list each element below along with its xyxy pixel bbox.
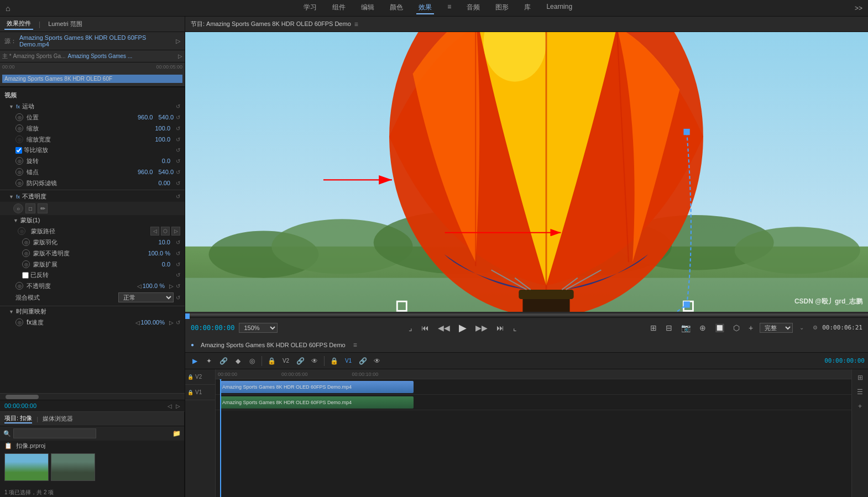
tl-v1-button[interactable]: V1 — [342, 355, 354, 367]
thumbnail-2[interactable] — [51, 453, 95, 481]
opacity-group-header[interactable]: ▼ fx 不透明度 ↺ — [0, 191, 185, 202]
timeline-expand-btn[interactable]: ▷ — [178, 53, 182, 59]
position-x-value[interactable]: 960.0 — [138, 114, 153, 121]
menu-item-audio[interactable]: 音频 — [464, 2, 482, 14]
opacity-value[interactable]: 100.0 % — [143, 282, 165, 289]
effects-panel-scrollbar[interactable] — [0, 393, 185, 400]
menu-item-edit[interactable]: 编辑 — [359, 2, 377, 14]
preview-marker-in-button[interactable]: ⌟ — [406, 322, 415, 333]
mask-expand-reset-icon[interactable]: ↺ — [176, 261, 180, 268]
more-menu-icon[interactable]: >> — [855, 4, 862, 12]
preview-play-button[interactable]: ▶ — [457, 321, 469, 335]
anchor-anim-icon[interactable]: ◎ — [15, 168, 23, 176]
tl-eye-button[interactable]: 👁 — [308, 355, 321, 367]
position-reset-icon[interactable]: ↺ — [176, 114, 180, 121]
scale-reset-icon[interactable]: ↺ — [176, 125, 180, 132]
preview-menu-icon[interactable]: ≡ — [354, 20, 358, 28]
preview-fast-fwd-button[interactable]: ▶▶ — [473, 322, 490, 333]
mask-opacity-value[interactable]: 100.0 % — [148, 250, 170, 257]
preview-btn-11[interactable]: ⬡ — [731, 322, 742, 333]
timeline-tracks[interactable]: Amazing Sports Games 8K HDR OLED 60FPS D… — [216, 379, 851, 497]
mask-ellipse-button[interactable]: ○ — [13, 203, 23, 213]
tab-media-browser[interactable]: 媒体浏览器 — [43, 415, 73, 423]
anti-flicker-anim-icon[interactable]: ◎ — [15, 179, 23, 187]
clip-v1[interactable]: Amazing Sports Games 8K HDR OLED 60FPS D… — [220, 396, 414, 409]
panel-expand-btn2[interactable]: ▷ — [176, 403, 180, 409]
preview-marker-out-button[interactable]: ⌞ — [511, 322, 519, 333]
opacity-step-back[interactable]: ◁ — [137, 283, 142, 289]
mask-expand-value[interactable]: 0.0 — [162, 261, 170, 268]
mask-path-btn2[interactable]: ⬡ — [161, 227, 170, 236]
menu-item-learn[interactable]: 学习 — [301, 2, 319, 14]
rotation-anim-icon[interactable]: ◎ — [15, 157, 23, 165]
preview-btn-9[interactable]: ⊕ — [697, 322, 708, 333]
mask-feather-anim-icon[interactable]: ◎ — [22, 238, 30, 246]
tl-play-button[interactable]: ▶ — [189, 355, 201, 367]
scale-width-reset-icon[interactable]: ↺ — [176, 137, 180, 143]
tl-link3-button[interactable]: 🔗 — [357, 355, 369, 367]
anchor-y-value[interactable]: 540.0 — [158, 169, 174, 175]
mask-feather-reset-icon[interactable]: ↺ — [176, 239, 180, 245]
preview-insert-button[interactable]: ⊞ — [648, 322, 659, 333]
track-v2-row[interactable]: Amazing Sports Games 8K HDR OLED 60FPS D… — [216, 379, 851, 395]
thumbnail-1[interactable] — [4, 453, 49, 481]
timeline-side-btn-1[interactable]: ⊞ — [854, 372, 866, 384]
anchor-reset-icon[interactable]: ↺ — [176, 169, 180, 175]
opacity-step-fwd[interactable]: ▷ — [169, 283, 174, 289]
mask-path-btn3[interactable]: ▷ — [171, 227, 180, 236]
mask-subgroup-header[interactable]: ▼ 蒙版(1) — [0, 215, 185, 226]
tl-marker-button[interactable]: ◆ — [232, 355, 244, 367]
time-remap-header[interactable]: ▼ 时间重映射 — [0, 306, 185, 317]
speed-anim-icon[interactable]: ◎ — [15, 318, 23, 326]
menu-item-graphics[interactable]: 图形 — [493, 2, 511, 14]
menu-item-effects[interactable]: 效果 — [416, 2, 434, 14]
blend-mode-reset-icon[interactable]: ↺ — [176, 295, 180, 301]
uniform-scale-reset-icon[interactable]: ↺ — [176, 147, 180, 153]
tl-link2-button[interactable]: 🔗 — [294, 355, 306, 367]
preview-overwrite-button[interactable]: ⊟ — [663, 322, 674, 333]
uniform-scale-checkbox[interactable] — [15, 147, 22, 154]
blend-mode-select[interactable]: 正常 — [118, 292, 174, 302]
speed-reset-icon[interactable]: ↺ — [176, 320, 180, 326]
speed-step-fwd[interactable]: ▷ — [169, 320, 174, 326]
preview-zoom-select[interactable]: 150% — [239, 323, 278, 333]
menu-item-library[interactable]: 库 — [522, 2, 533, 14]
tab-project[interactable]: 项目: 扣像 — [4, 414, 32, 423]
menu-item-learning[interactable]: Learning — [544, 2, 574, 14]
tab-effects-controls[interactable]: 效果控件 — [4, 18, 33, 30]
anchor-x-value[interactable]: 960.0 — [138, 169, 153, 175]
motion-reset-icon[interactable]: ↺ — [176, 103, 180, 109]
menu-icon-ham[interactable]: ≡ — [445, 2, 453, 14]
tl-ripple-button[interactable]: ✦ — [203, 355, 215, 367]
opacity-reset-icon[interactable]: ↺ — [176, 193, 180, 200]
opacity-anim-icon[interactable]: ◎ — [15, 282, 23, 290]
folder-new-icon[interactable]: 📁 — [172, 430, 181, 437]
mask-path-btn1[interactable]: ◁ — [150, 227, 159, 236]
motion-group-header[interactable]: ▼ fx 运动 ↺ — [0, 101, 185, 112]
preview-add-button[interactable]: + — [746, 322, 755, 333]
clip-bar[interactable]: Amazing Sports Games 8K HDR OLED 60F — [0, 71, 185, 87]
tl-link-button[interactable]: 🔗 — [217, 355, 229, 367]
speed-step-back[interactable]: ◁ — [135, 320, 140, 326]
project-search-input[interactable] — [13, 428, 96, 438]
project-file-item[interactable]: 📋 扣像.prproj — [0, 441, 184, 451]
preview-step-back-button[interactable]: ⏮ — [419, 322, 431, 333]
timeline-menu-icon[interactable]: ≡ — [353, 341, 357, 349]
scale-width-anim-icon[interactable]: ◎ — [15, 135, 23, 143]
clip-v2[interactable]: Amazing Sports Games 8K HDR OLED 60FPS D… — [220, 381, 414, 393]
preview-step-fwd-button[interactable]: ⏭ — [494, 322, 506, 333]
preview-rewind-button[interactable]: ◀◀ — [436, 322, 452, 333]
anti-flicker-reset-icon[interactable]: ↺ — [176, 180, 180, 186]
preview-fit-select[interactable]: 完整 — [760, 323, 793, 333]
mask-expand-anim-icon[interactable]: ◎ — [22, 260, 30, 268]
timeline-side-btn-3[interactable]: + — [854, 400, 866, 412]
preview-export-frame-button[interactable]: 📷 — [679, 322, 693, 333]
track-v1-lock-icon[interactable]: 🔒 — [187, 390, 194, 395]
menu-item-assembly[interactable]: 组件 — [330, 2, 348, 14]
menu-item-color[interactable]: 颜色 — [388, 2, 405, 14]
tl-target-button[interactable]: ◎ — [246, 355, 258, 367]
tl-lock2-button[interactable]: 🔒 — [328, 355, 340, 367]
mask-feather-value[interactable]: 10.0 — [159, 239, 170, 245]
scale-width-value[interactable]: 100.0 — [155, 136, 170, 143]
position-anim-icon[interactable]: ◎ — [15, 113, 23, 121]
